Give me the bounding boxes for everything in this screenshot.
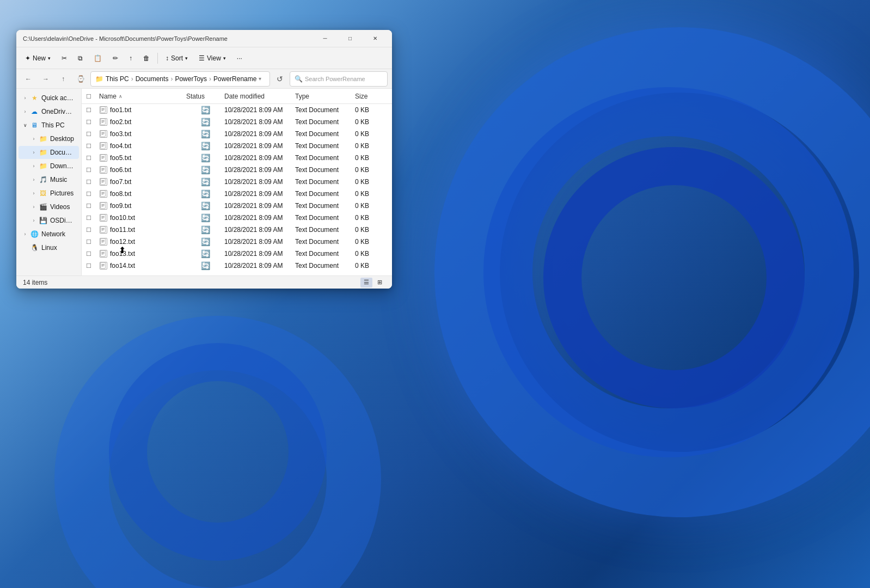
table-row[interactable]: ☐ foo9.txt 🔄 10/ [82,200,392,212]
file-size-6: 0 KB [355,178,388,186]
cut-button[interactable]: ✂ [57,52,71,64]
table-row[interactable]: ☐ foo14.txt 🔄 10 [82,260,392,272]
search-icon: 🔍 [295,75,303,83]
refresh-button[interactable]: ↺ [272,71,287,87]
up-button[interactable]: ↑ [56,71,71,87]
desktop-chevron-icon: › [29,134,38,143]
copy-icon: ⧉ [78,54,83,62]
file-type-6: Text Document [295,178,355,186]
table-row[interactable]: ☐ foo8.txt 🔄 10/ [82,188,392,200]
table-row[interactable]: ☐ foo11.txt 🔄 10 [82,224,392,236]
table-row[interactable]: ☐ foo6.txt 🔄 10/ [82,164,392,176]
file-checkbox-1[interactable]: ☐ [86,118,99,126]
file-size-11: 0 KB [355,238,388,246]
file-type-0: Text Document [295,106,355,114]
column-date[interactable]: Date modified [224,93,295,100]
sort-button[interactable]: ↕ Sort ▾ [161,52,192,64]
file-checkbox-7[interactable]: ☐ [86,190,99,198]
file-checkbox-13[interactable]: ☐ [86,262,99,270]
sidebar-item-desktop[interactable]: › 📁 Desktop [19,132,79,145]
column-status[interactable]: Status [186,93,224,100]
file-icon-6 [99,177,108,186]
file-status-0: 🔄 [186,106,224,114]
sidebar-item-quick-access[interactable]: › ★ Quick access [19,91,79,105]
paste-button[interactable]: 📋 [89,52,106,64]
file-icon-8 [99,201,108,210]
close-button[interactable]: ✕ [363,30,388,47]
recent-button[interactable]: ⌚ [73,71,88,87]
sidebar-item-videos[interactable]: › 🎬 Videos [19,200,79,213]
downloads-chevron-icon: › [29,162,38,170]
share-button[interactable]: ↑ [125,52,137,64]
list-view-button[interactable]: ☰ [360,278,372,287]
file-name-10: foo11.txt [110,226,135,234]
back-button[interactable]: ← [21,71,36,87]
file-checkbox-8[interactable]: ☐ [86,202,99,210]
file-checkbox-4[interactable]: ☐ [86,154,99,162]
delete-button[interactable]: 🗑 [139,52,154,64]
column-size[interactable]: Size [355,93,388,100]
breadcrumb-documents[interactable]: Documents [136,75,169,83]
minimize-button[interactable]: ─ [313,30,338,47]
sidebar-item-pictures[interactable]: › 🖼 Pictures [19,187,79,200]
txt-file-icon-8 [100,202,107,210]
breadcrumb-this-pc[interactable]: This PC [106,75,129,83]
file-checkbox-9[interactable]: ☐ [86,214,99,222]
sidebar-item-osdisk[interactable]: › 💾 OSDisk (C:) [19,214,79,227]
sidebar-item-linux[interactable]: 🐧 Linux [19,241,79,254]
item-count: 14 items [23,279,47,286]
file-checkbox-2[interactable]: ☐ [86,130,99,138]
file-date-2: 10/28/2021 8:09 AM [224,130,295,138]
forward-button[interactable]: → [38,71,53,87]
view-button[interactable]: ☰ View ▾ [194,52,230,64]
sidebar-item-downloads[interactable]: › 📁 Downloads [19,160,79,173]
new-button[interactable]: ✦ New ▾ [21,52,55,64]
breadcrumb[interactable]: 📁 This PC › Documents › PowerToys › Powe… [90,71,270,87]
sidebar-item-this-pc[interactable]: ∨ 🖥 This PC [19,119,79,132]
file-size-3: 0 KB [355,142,388,150]
file-checkbox-3[interactable]: ☐ [86,142,99,150]
column-type[interactable]: Type [295,93,355,100]
file-name-0: foo1.txt [110,106,131,114]
details-view-button[interactable]: ⊞ [373,278,385,287]
file-checkbox-5[interactable]: ☐ [86,166,99,174]
table-row[interactable]: ☐ foo7.txt 🔄 10/ [82,176,392,188]
file-name-cell-13: foo14.txt [99,261,186,270]
breadcrumb-powerrename[interactable]: PowerRename [213,75,256,83]
file-checkbox-12[interactable]: ☐ [86,250,99,258]
table-row[interactable]: ☐ foo13.txt 🔄 10 [82,248,392,260]
table-row[interactable]: ☐ foo5.txt 🔄 10/ [82,152,392,164]
column-name[interactable]: Name ∧ [99,93,186,100]
search-box[interactable]: 🔍 Search PowerRename [290,71,388,87]
maximize-button[interactable]: □ [338,30,363,47]
sync-icon-10: 🔄 [201,225,210,234]
file-name-13: foo14.txt [110,262,135,270]
file-checkbox-11[interactable]: ☐ [86,238,99,246]
table-row[interactable]: ☐ foo2.txt 🔄 10/ [82,116,392,128]
breadcrumb-sep-1: › [131,75,133,83]
more-button[interactable]: ··· [232,52,247,64]
table-row[interactable]: ☐ foo10.txt 🔄 10 [82,212,392,224]
table-row[interactable]: ☐ foo1.txt 🔄 10/ [82,104,392,116]
sidebar-item-onedrive[interactable]: › ☁ OneDrive - Micro [19,105,79,118]
rename-button[interactable]: ✏ [108,52,122,64]
sidebar-item-documents[interactable]: › 📁 Documents [19,146,79,159]
txt-file-icon-13 [100,262,107,270]
file-checkbox-10[interactable]: ☐ [86,226,99,234]
file-date-12: 10/28/2021 8:09 AM [224,250,295,258]
file-name-cell-8: foo9.txt [99,201,186,210]
table-row[interactable]: ☐ foo12.txt 🔄 10 [82,236,392,248]
sidebar-label-videos: Videos [50,203,70,211]
file-checkbox-6[interactable]: ☐ [86,178,99,186]
table-row[interactable]: ☐ foo3.txt 🔄 10/ [82,128,392,140]
file-checkbox-0[interactable]: ☐ [86,106,99,114]
copy-button[interactable]: ⧉ [73,52,87,64]
breadcrumb-powertoys[interactable]: PowerToys [175,75,207,83]
breadcrumb-dropdown-icon[interactable]: ▾ [259,76,261,82]
sidebar-item-network[interactable]: › 🌐 Network [19,228,79,241]
select-all-checkbox[interactable]: ☐ [86,93,99,100]
sidebar-item-music[interactable]: › 🎵 Music [19,173,79,186]
file-icon-5 [99,166,108,174]
table-row[interactable]: ☐ foo4.txt 🔄 10/ [82,140,392,152]
file-date-3: 10/28/2021 8:09 AM [224,142,295,150]
